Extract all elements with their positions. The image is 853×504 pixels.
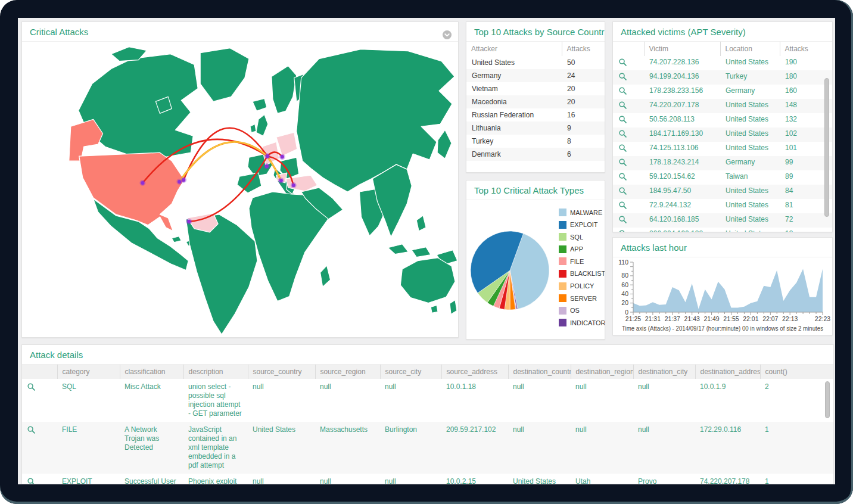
legend-item[interactable]: INDICATOR (559, 319, 605, 326)
search-icon[interactable] (27, 477, 36, 484)
legend-item[interactable]: APP (559, 245, 605, 253)
search-icon[interactable] (618, 229, 627, 232)
table-cell: 10.0.2.15 (441, 474, 508, 484)
table-row[interactable]: EXPLOITSuccessful User Privilege GainPho… (22, 474, 833, 484)
table-row[interactable]: Germany24 (466, 69, 605, 82)
legend-item[interactable]: FILE (559, 257, 605, 265)
search-icon[interactable] (618, 201, 627, 210)
legend-item[interactable]: BLACKLIST (559, 270, 605, 278)
table-row[interactable]: 94.199.204.136Turkey180 (613, 70, 832, 85)
table-cell: Lithuania (466, 122, 562, 135)
column-header[interactable] (22, 365, 57, 379)
search-icon[interactable] (618, 186, 627, 195)
legend-item[interactable]: OS (559, 307, 605, 315)
table-cell: Germany (466, 69, 562, 82)
dashboard: Critical Attacks (18, 18, 835, 484)
legend-item[interactable]: POLICY (559, 282, 605, 290)
table-cell: null (380, 474, 441, 484)
search-icon[interactable] (618, 58, 627, 67)
table-row[interactable]: 184.95.47.50United States84 (613, 185, 832, 199)
column-header[interactable]: classification (120, 365, 183, 379)
table-row[interactable]: 72.9.244.132United States81 (613, 199, 832, 213)
panel-attack-types: Top 10 Critical Attack Types MALWAREEXPL… (466, 180, 605, 340)
table-row[interactable]: 178.18.243.214Germany99 (613, 156, 832, 170)
table-cell: null (315, 474, 380, 484)
table-row[interactable]: Denmark6 (466, 148, 605, 161)
table-row[interactable]: 74.220.207.178United States148 (613, 99, 832, 113)
column-header[interactable]: source_address (441, 365, 508, 379)
column-header[interactable]: destination_country (508, 365, 571, 379)
search-icon[interactable] (618, 115, 627, 124)
column-header[interactable]: destination_region (571, 365, 633, 379)
table-row[interactable]: Macedonia20 (466, 95, 605, 108)
legend-item[interactable]: SERVER (559, 294, 605, 302)
table-row[interactable]: Turkey8 (466, 135, 605, 148)
column-header[interactable]: source_region (315, 365, 380, 379)
column-header[interactable]: description (183, 365, 248, 379)
panel-attacks-last-hour: Attacks last hour 02040608011021:2521:31… (612, 237, 833, 335)
legend-swatch (559, 257, 566, 265)
table-row[interactable]: 59.120.154.62Taiwan89 (613, 170, 832, 185)
table-cell: 50 (562, 56, 605, 69)
table-row[interactable]: 184.171.169.130United States102 (613, 127, 832, 142)
search-icon[interactable] (618, 144, 627, 153)
chevron-down-icon[interactable] (442, 27, 452, 37)
column-header[interactable]: count() (760, 365, 833, 379)
attack-details-title: Attack details (22, 345, 833, 365)
x-tick-label: 21:25 (625, 315, 641, 322)
column-header[interactable]: source_country (248, 365, 315, 379)
attack-endpoint-dot[interactable] (281, 155, 284, 158)
search-icon[interactable] (27, 425, 36, 434)
search-icon[interactable] (618, 158, 627, 167)
column-header[interactable] (613, 42, 644, 56)
column-header[interactable]: Attacker (466, 42, 562, 56)
search-icon[interactable] (618, 86, 627, 95)
table-cell: 6 (562, 148, 605, 161)
vertical-scrollbar[interactable] (824, 78, 829, 217)
search-icon[interactable] (618, 172, 627, 181)
column-header[interactable]: Victim (644, 42, 720, 56)
legend-item[interactable]: MALWARE (559, 209, 605, 216)
attack-endpoint-dot[interactable] (182, 178, 185, 182)
search-icon[interactable] (618, 72, 627, 81)
column-header[interactable]: destination_city (633, 365, 695, 379)
table-row[interactable]: 74.125.113.106United States101 (613, 142, 832, 156)
table-row[interactable]: 64.120.168.185United States72 (613, 213, 832, 228)
search-icon[interactable] (618, 101, 627, 110)
column-header[interactable]: Location (720, 42, 780, 56)
attack-endpoint-dot[interactable] (292, 183, 295, 187)
search-icon[interactable] (27, 382, 36, 391)
table-row[interactable]: 74.207.228.136United States190 (613, 56, 832, 70)
x-tick-label: 21:31 (645, 315, 661, 322)
table-row[interactable]: Vietnam20 (466, 82, 605, 95)
table-cell: 16 (562, 108, 605, 122)
column-header[interactable]: Attacks (562, 42, 605, 56)
table-row[interactable]: United States50 (466, 56, 605, 69)
attack-endpoint-dot[interactable] (141, 181, 144, 185)
table-cell: null (633, 379, 695, 422)
table-row[interactable]: 50.56.208.113United States132 (613, 113, 832, 127)
table-row[interactable]: 206.204.190.132United States13 (613, 228, 832, 232)
attack-endpoint-dot[interactable] (266, 154, 269, 158)
legend-swatch (559, 221, 566, 229)
table-cell: 50.56.208.113 (644, 113, 720, 127)
world-map[interactable] (22, 42, 458, 338)
attack-endpoint-dot[interactable] (265, 164, 269, 168)
legend-item[interactable]: SQL (559, 233, 605, 241)
column-header[interactable]: destination_address (695, 365, 760, 379)
attack-endpoint-dot[interactable] (187, 220, 191, 223)
table-row[interactable]: FILEA Network Trojan was DetectedJavaScr… (22, 422, 833, 474)
legend-item[interactable]: EXPLOIT (559, 221, 605, 229)
table-row[interactable]: Russian Federation16 (466, 108, 605, 122)
column-header[interactable]: category (57, 365, 120, 379)
table-row[interactable]: Lithuania9 (466, 122, 605, 135)
search-icon[interactable] (618, 215, 627, 224)
search-icon[interactable] (618, 129, 627, 138)
column-header[interactable]: source_city (380, 365, 441, 379)
column-header[interactable]: Attacks (780, 42, 832, 56)
table-row[interactable]: SQLMisc Attackunion select - possible sq… (22, 379, 833, 422)
attacks-area-chart[interactable]: 02040608011021:2521:3121:3721:4321:4921:… (613, 257, 832, 335)
vertical-scrollbar[interactable] (825, 381, 830, 418)
table-row[interactable]: 178.238.233.156Germany160 (613, 85, 832, 99)
attack-endpoint-dot[interactable] (279, 179, 283, 182)
